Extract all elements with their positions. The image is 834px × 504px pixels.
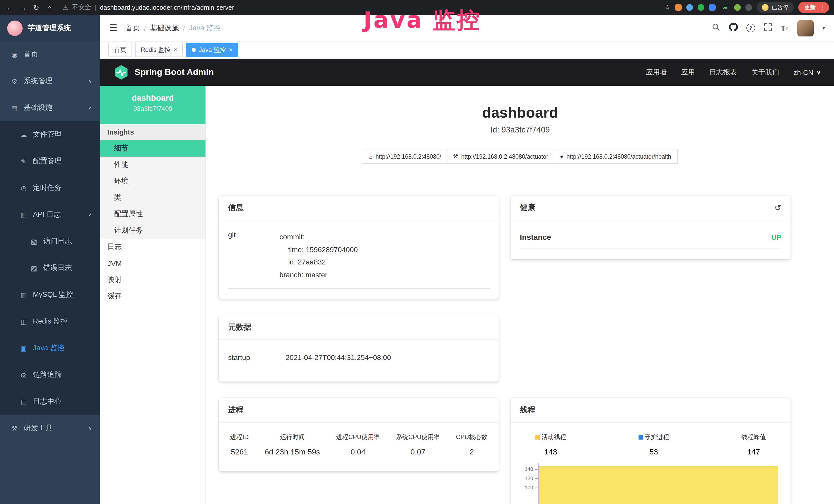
tools-icon: ⚒ [10, 425, 19, 432]
app-logo-row[interactable]: 芋道管理系统 [0, 15, 100, 41]
sba-brand-title[interactable]: Spring Boot Admin [135, 67, 214, 77]
sba-sidebar-item-jvm[interactable]: JVM [100, 255, 205, 272]
sidebar-item-label: API 日志 [33, 210, 61, 219]
sba-nav-applications[interactable]: 应用 [681, 68, 695, 77]
y-tick-120: 120 [525, 476, 533, 481]
sba-locale-select[interactable]: zh-CN ∨ [794, 69, 821, 76]
sba-sidebar-item-mappings[interactable]: 映射 [100, 272, 205, 288]
help-icon[interactable]: ? [746, 24, 755, 32]
process-stats: 进程ID 5261 运行时间 6d 23h 15m 59s [228, 429, 489, 461]
profile-paused-badge[interactable]: 已暂停 [757, 2, 794, 13]
tab-home[interactable]: 首页 [108, 43, 132, 57]
close-icon[interactable]: × [174, 47, 177, 53]
home-icon[interactable]: ⌂ [45, 3, 54, 12]
instance-title: dashboard [206, 104, 834, 121]
avatar-caret-icon[interactable]: ▾ [822, 25, 825, 31]
sba-sidebar-item-caches[interactable]: 缓存 [100, 288, 205, 304]
extension-icon-drop[interactable] [686, 4, 693, 11]
app-logo [7, 20, 23, 36]
sba-sidebar-item-details[interactable]: 细节 [100, 140, 205, 157]
health-card-header: 健康 ↺ [511, 196, 791, 220]
sidebar-item-scheduled-jobs[interactable]: ◷ 定时任务 [0, 175, 100, 201]
back-icon[interactable]: ← [5, 3, 14, 12]
y-tick-140: 140 [525, 466, 533, 472]
sidebar-item-mysql-monitor[interactable]: ▥ MySQL 监控 [0, 281, 100, 308]
sidebar-item-label: 访问日志 [43, 237, 72, 246]
sidebar-item-dev-tools[interactable]: ⚒ 研发工具 ∨ [0, 415, 100, 442]
extension-icon-green-check[interactable] [698, 4, 704, 11]
tab-java-monitor[interactable]: Java 监控 × [186, 43, 238, 57]
sba-instance-header[interactable]: dashboard 93a3fc7f7409 [100, 86, 205, 124]
stat-label: 运行时间 [265, 433, 320, 442]
threads-card-body: 活动线程 143 守护进程 [511, 422, 791, 504]
sidebar-item-trace[interactable]: ◎ 链路追踪 [0, 362, 100, 388]
stat-value: 0.07 [396, 447, 440, 456]
chevron-up-icon: ∧ [89, 105, 92, 110]
sba-navbar: Spring Boot Admin 应用墙 应用 日志报表 关于我们 zh-CN… [100, 59, 834, 86]
breadcrumb-home[interactable]: 首页 [126, 23, 140, 32]
user-avatar[interactable] [797, 20, 814, 36]
github-icon[interactable] [729, 23, 738, 33]
sba-sidebar-group-insights[interactable]: Insights [100, 124, 205, 140]
process-card: 进程 进程ID 5261 运行时间 [219, 398, 499, 472]
wrench-icon: ⚒ [453, 153, 458, 160]
sidebar-item-access-logs[interactable]: ▧ 访问日志 [0, 228, 100, 255]
sidebar-item-label: Java 监控 [33, 344, 64, 353]
sidebar-item-redis-monitor[interactable]: ◫ Redis 监控 [0, 308, 100, 335]
extension-icon-blue-grid[interactable] [709, 4, 716, 11]
extension-icon-on-badge[interactable]: on [720, 4, 729, 11]
sidebar-item-system-management[interactable]: ⚙ 系统管理 ∨ [0, 68, 100, 94]
health-instance-row[interactable]: Instance UP [520, 226, 781, 249]
sba-sidebar-item-scheduled-tasks[interactable]: 计划任务 [100, 222, 205, 239]
address-bar[interactable]: ⚠ 不安全 | dashboard.yudao.iocoder.cn/infra… [63, 3, 234, 12]
history-icon[interactable]: ↺ [774, 203, 781, 212]
sba-sidebar-item-loggers[interactable]: 日志 [100, 239, 205, 255]
breadcrumb-infrastructure[interactable]: 基础设施 [150, 23, 179, 32]
database-icon: ▥ [20, 291, 28, 299]
sidebar-item-log-center[interactable]: ▤ 日志中心 [0, 388, 100, 415]
health-card-body: Instance UP [511, 220, 791, 259]
extension-icon-paw[interactable] [745, 4, 752, 11]
sidebar-item-infrastructure[interactable]: ▤ 基础设施 ∧ [0, 94, 100, 121]
forward-icon[interactable]: → [19, 3, 27, 12]
health-link[interactable]: ♥ http://192.168.0.2:48080/actuator/heal… [554, 149, 677, 164]
browser-update-button[interactable]: 更新 ⋮ [798, 2, 829, 13]
y-tick-100: 100 [525, 485, 533, 490]
sidebar-item-java-monitor[interactable]: ▣ Java 监控 [0, 335, 100, 362]
bookmark-star-icon[interactable]: ☆ [664, 4, 671, 11]
tab-label: Redis 监控 [141, 45, 171, 54]
sidebar-item-config-management[interactable]: ✎ 配置管理 [0, 148, 100, 175]
actuator-link[interactable]: ⚒ http://192.168.0.2:48080/actuator [447, 149, 554, 164]
sidebar-item-file-management[interactable]: ☁ 文件管理 [0, 121, 100, 148]
fullscreen-icon[interactable] [764, 23, 772, 33]
search-icon[interactable] [712, 23, 720, 33]
browser-menu-icon[interactable]: ⋮ [819, 4, 825, 11]
link-label: http://192.168.0.2:48080/actuator/health [566, 153, 671, 159]
sba-nav-journal[interactable]: 日志报表 [709, 68, 737, 77]
stat-pid: 进程ID 5261 [230, 433, 249, 456]
tab-redis-monitor[interactable]: Redis 监控 × [135, 43, 183, 57]
metadata-key: startup [228, 353, 286, 362]
sidebar-item-home[interactable]: ◉ 首页 [0, 41, 100, 68]
close-icon[interactable]: × [229, 47, 233, 53]
sidebar-item-label: 链路追踪 [33, 370, 62, 380]
sba-nav-about[interactable]: 关于我们 [751, 68, 779, 77]
chevron-down-icon: ∨ [89, 426, 92, 431]
sba-main: dashboard Id: 93a3fc7f7409 ⌂ http://192.… [206, 86, 834, 504]
sba-sidebar-item-classes[interactable]: 类 [100, 189, 205, 206]
sba-sidebar-item-configprops[interactable]: 配置属性 [100, 206, 205, 222]
sba-sidebar-item-metrics[interactable]: 性能 [100, 157, 205, 173]
legend-daemon-threads: 守护进程 53 [638, 433, 669, 456]
instance-home-link[interactable]: ⌂ http://192.168.0.2:48080/ [363, 149, 447, 164]
collapse-sidebar-icon[interactable]: ☰ [109, 23, 117, 33]
reload-icon[interactable]: ↻ [32, 3, 41, 12]
font-size-icon[interactable]: TT [781, 24, 789, 32]
extension-icon-leaf[interactable] [734, 4, 741, 11]
health-instance-label: Instance [520, 233, 551, 241]
extension-icon-fox[interactable] [675, 4, 682, 11]
sidebar-item-error-logs[interactable]: ▨ 错误日志 [0, 255, 100, 281]
link-label: http://192.168.0.2:48080/actuator [461, 153, 548, 159]
sidebar-item-api-logs[interactable]: ▦ API 日志 ∧ [0, 201, 100, 228]
sba-sidebar-item-environment[interactable]: 环境 [100, 173, 205, 189]
sba-nav-wallboard[interactable]: 应用墙 [646, 68, 667, 77]
